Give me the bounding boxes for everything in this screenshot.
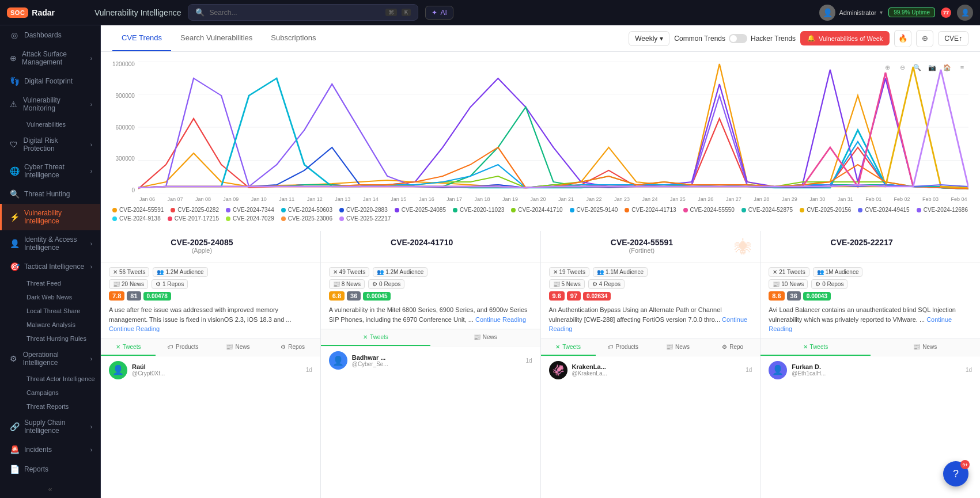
legend-cve-2020-11023[interactable]: CVE-2020-11023 xyxy=(453,207,504,213)
x-label-jan13: Jan 13 xyxy=(335,196,350,202)
logo-text: Radar xyxy=(32,8,55,17)
card-tab-tweets-2[interactable]: ✕ Tweets xyxy=(321,329,430,346)
sidebar-item-attack-surface[interactable]: ⊕ Attack Surface Management › xyxy=(0,45,100,71)
incidents-icon: 🚨 xyxy=(10,445,19,454)
help-button[interactable]: ? 9+ xyxy=(943,461,968,486)
card-tab-news-1[interactable]: 📰 News xyxy=(210,339,265,356)
continue-reading-1[interactable]: Continue Reading xyxy=(109,325,160,332)
zoom-out-icon[interactable]: ⊖ xyxy=(896,61,909,74)
card-header-4: CVE-2025-22217 🕷 xyxy=(760,231,980,263)
card-tab-news-3[interactable]: 📰 News xyxy=(650,339,705,356)
collapse-button[interactable]: « xyxy=(0,481,100,498)
home-icon[interactable]: 🏠 xyxy=(941,61,953,74)
sidebar-item-operational-intel[interactable]: ⚙ Operational Intelligence › xyxy=(0,345,100,372)
sidebar-item-threat-feed[interactable]: Threat Feed xyxy=(22,276,100,290)
weekly-select[interactable]: Weekly ▾ xyxy=(629,31,669,46)
hacker-trends-label: Hacker Trends xyxy=(751,35,796,43)
legend-cve-2024-41710[interactable]: CVE-2024-41710 xyxy=(511,207,562,213)
card-tab-products-3[interactable]: 🏷 Products xyxy=(596,339,650,356)
legend-cve-2024-7029[interactable]: CVE-2024-7029 xyxy=(226,215,274,222)
legend-cve-2024-7344[interactable]: CVE-2024-7344 xyxy=(226,207,274,213)
card-tab-news-2[interactable]: 📰 News xyxy=(430,329,540,346)
sidebar-item-campaigns[interactable]: Campaigns xyxy=(22,386,100,400)
sidebar-item-threat-hunting[interactable]: 🔍 Threat Hunting xyxy=(0,184,100,204)
legend-cve-2024-12686[interactable]: CVE-2024-12686 xyxy=(917,207,968,213)
legend-cve-2025-24085[interactable]: CVE-2025-24085 xyxy=(395,207,446,213)
sidebar-item-vuln-intelligence[interactable]: ⚡ Vulnerability Intelligence xyxy=(0,204,100,230)
sidebar-item-cyber-threat[interactable]: 🌐 Cyber Threat Intelligence › xyxy=(0,158,100,184)
score-prob-4: 0.00043 xyxy=(803,292,831,301)
sidebar-item-reports[interactable]: 📄 Reports xyxy=(0,459,100,479)
user-icon[interactable]: 👤 xyxy=(957,5,973,21)
score-cvss-3: 9.6 xyxy=(549,291,565,301)
products-tab-icon-3: 🏷 xyxy=(608,344,614,350)
tab-search-vulnerabilities[interactable]: Search Vulnerabilities xyxy=(171,25,262,51)
sidebar-item-identity-access[interactable]: 👤 Identity & Access Intelligence › xyxy=(0,230,100,257)
cyber-threat-icon: 🌐 xyxy=(10,166,19,176)
tab-subscriptions[interactable]: Subscriptions xyxy=(262,25,325,51)
ai-button[interactable]: ✦ AI xyxy=(425,6,453,20)
sidebar-item-tactical-intel[interactable]: 🎯 Tactical Intelligence › xyxy=(0,257,100,276)
camera-icon[interactable]: 📷 xyxy=(926,61,939,74)
legend-cve-2024-50603[interactable]: CVE-2024-50603 xyxy=(281,207,332,213)
sidebar-item-vulnerabilities[interactable]: Vulnerabilities xyxy=(22,117,100,131)
sidebar-item-threat-reports[interactable]: Threat Reports xyxy=(22,400,100,413)
card-tab-products-1[interactable]: 🏷 Products xyxy=(156,339,210,356)
legend-cve-2025-0282[interactable]: CVE-2025-0282 xyxy=(171,207,219,213)
fire-icon-button[interactable]: 🔥 xyxy=(894,30,911,47)
sidebar-item-digital-footprint[interactable]: 👣 Digital Footprint xyxy=(0,71,100,91)
sidebar-item-incidents[interactable]: 🚨 Incidents › xyxy=(0,440,100,459)
sidebar-item-malware-analysis[interactable]: Malware Analysis xyxy=(22,318,100,332)
card-description-2: A vulnerability in the Mitel 6800 Series… xyxy=(321,305,540,329)
menu-icon[interactable]: ≡ xyxy=(956,61,968,74)
zoom-fit-icon[interactable]: 🔍 xyxy=(911,61,924,74)
sidebar-item-digital-risk[interactable]: 🛡 Digital Risk Protection › xyxy=(0,131,100,158)
legend-cve-2025-20156[interactable]: CVE-2025-20156 xyxy=(800,207,851,213)
legend-cve-2024-9138[interactable]: CVE-2024-9138 xyxy=(112,215,161,222)
sidebar-item-threat-actor[interactable]: Threat Actor Intelligence xyxy=(22,372,100,386)
card-tab-tweets-1[interactable]: ✕ Tweets xyxy=(101,339,156,356)
x-label-jan23: Jan 23 xyxy=(614,196,630,202)
sidebar-item-dark-web[interactable]: Dark Web News xyxy=(22,290,100,304)
vulnerabilities-of-week-button[interactable]: 🔔 Vulnerabilities of Week xyxy=(800,31,890,45)
cve-card-2025-22217: CVE-2025-22217 🕷 ✕ 21 Tweets 👥 xyxy=(760,231,980,498)
card-tab-news-4[interactable]: 📰 News xyxy=(871,339,980,356)
y-label-0: 0 xyxy=(131,187,135,193)
legend-cve-2025-9140[interactable]: CVE-2025-9140 xyxy=(570,207,618,213)
legend-cve-2024-52875[interactable]: CVE-2024-52875 xyxy=(741,207,793,213)
card-tab-repos-3[interactable]: ⚙ Repo xyxy=(705,339,760,356)
continue-reading-2[interactable]: Continue Reading xyxy=(475,316,526,323)
sidebar-label-threat-feed: Threat Feed xyxy=(27,280,61,287)
tab-cve-trends[interactable]: CVE Trends xyxy=(112,25,171,51)
tabs-bar: CVE Trends Search Vulnerabilities Subscr… xyxy=(101,25,980,52)
sidebar: ◎ Dashboards ⊕ Attack Surface Management… xyxy=(0,25,101,498)
legend-cve-2024-55550[interactable]: CVE-2024-55550 xyxy=(683,207,735,213)
chevron-icon-7: › xyxy=(90,356,92,362)
score-badges-2: 6.8 36 0.00045 xyxy=(329,291,532,301)
card-cve-id-4: CVE-2025-22217 xyxy=(769,238,955,247)
sidebar-item-local-threat[interactable]: Local Threat Share xyxy=(22,304,100,318)
hacker-trends-toggle-switch[interactable] xyxy=(729,34,747,43)
card-tab-repos-1[interactable]: ⚙ Repos xyxy=(266,339,320,356)
legend-cve-2020-2883[interactable]: CVE-2020-2883 xyxy=(339,207,388,213)
legend-cve-2025-22217[interactable]: CVE-2025-22217 xyxy=(339,215,391,222)
cve-button[interactable]: CVE↑ xyxy=(938,31,968,46)
legend-cve-2024-49415[interactable]: CVE-2024-49415 xyxy=(858,207,909,213)
legend-cve-2024-55591[interactable]: CVE-2024-55591 xyxy=(112,207,164,213)
sidebar-item-dashboards[interactable]: ◎ Dashboards xyxy=(0,25,100,45)
legend-cve-2017-17215[interactable]: CVE-2017-17215 xyxy=(168,215,219,222)
plus-icon-button[interactable]: ⊕ xyxy=(916,30,933,47)
notification-badge[interactable]: 77 xyxy=(941,7,951,18)
card-tab-tweets-3[interactable]: ✕ Tweets xyxy=(541,339,596,356)
sidebar-item-vuln-monitoring[interactable]: ⚠ Vulnerability Monitoring › xyxy=(0,91,100,117)
legend-cve-2024-41713[interactable]: CVE-2024-41713 xyxy=(625,207,676,213)
sidebar-item-threat-hunting-rules[interactable]: Threat Hunting Rules xyxy=(22,332,100,345)
tweet-tab-icon-2: ✕ xyxy=(363,334,368,340)
card-tabs-4: ✕ Tweets 📰 News xyxy=(760,339,980,356)
search-input[interactable] xyxy=(209,9,380,17)
legend-cve-2025-23006[interactable]: CVE-2025-23006 xyxy=(281,215,332,222)
operational-intel-icon: ⚙ xyxy=(10,354,18,363)
sidebar-item-supply-chain[interactable]: 🔗 Supply Chain Intelligence › xyxy=(0,413,100,440)
card-tab-tweets-4[interactable]: ✕ Tweets xyxy=(760,339,870,356)
zoom-in-icon[interactable]: ⊕ xyxy=(881,61,894,74)
